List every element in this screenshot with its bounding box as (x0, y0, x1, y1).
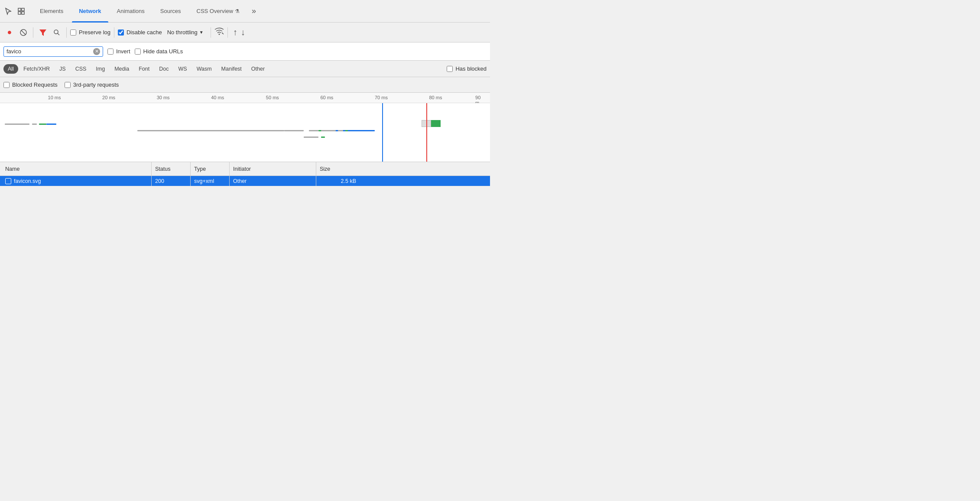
disable-cache-label[interactable]: Disable cache (118, 29, 162, 36)
tick-50ms: 50 ms (266, 95, 279, 100)
row-name-col: favicon.svg (0, 176, 152, 186)
hide-data-urls-checkbox[interactable] (135, 49, 141, 55)
toolbar: ● Preserve log Disable cache No throttli… (0, 23, 490, 42)
search-box: ✕ (3, 46, 103, 57)
invert-text: Invert (116, 48, 130, 55)
col-header-initiator: Initiator (230, 162, 316, 176)
third-party-text: 3rd-party requests (73, 81, 119, 88)
download-icon[interactable]: ↓ (241, 27, 245, 37)
row-type-col: svg+xml (191, 176, 230, 186)
network-settings-icon[interactable] (214, 27, 224, 37)
svg-line-11 (222, 33, 224, 34)
blocked-requests-text: Blocked Requests (12, 81, 58, 88)
no-throttling-label: No throttling (167, 29, 198, 36)
col-header-name: Name (0, 162, 152, 176)
row-status-col: 200 (152, 176, 191, 186)
tick-80ms: 80 ms (429, 95, 442, 100)
blocked-row: Blocked Requests 3rd-party requests (0, 77, 490, 93)
divider-3 (114, 27, 114, 38)
type-filter-font[interactable]: Font (134, 64, 154, 74)
blocked-requests-checkbox[interactable] (3, 82, 10, 88)
invert-label[interactable]: Invert (107, 48, 130, 55)
inspect-icon[interactable] (16, 7, 26, 16)
row-size: 2.5 kB (341, 178, 360, 184)
svg-line-5 (21, 30, 26, 35)
hide-data-urls-label[interactable]: Hide data URLs (135, 48, 183, 55)
tick-70ms: 70 ms (375, 95, 388, 100)
has-blocked-checkbox[interactable] (447, 66, 453, 72)
type-filter-wasm[interactable]: Wasm (192, 64, 216, 74)
preserve-log-checkbox[interactable] (70, 29, 76, 36)
type-filter-css[interactable]: CSS (71, 64, 91, 74)
type-filter-other[interactable]: Other (247, 64, 269, 74)
disable-cache-checkbox[interactable] (118, 29, 124, 36)
third-party-label[interactable]: 3rd-party requests (65, 81, 119, 88)
upload-icon[interactable]: ↑ (233, 27, 237, 37)
table-row[interactable]: favicon.svg 200 svg+xml Other 2.5 kB (0, 176, 490, 186)
type-filter-img[interactable]: Img (91, 64, 109, 74)
no-throttling-button[interactable]: No throttling ▼ (164, 28, 207, 37)
import-export-icons: ↑ ↓ (233, 27, 245, 37)
table-area: Name Status Type Initiator Size favicon.… (0, 162, 490, 186)
divider-5 (227, 27, 228, 38)
has-blocked-label[interactable]: Has blocked (447, 65, 487, 72)
type-filter-media[interactable]: Media (110, 64, 133, 74)
dropdown-arrow-icon: ▼ (199, 30, 204, 35)
preserve-log-text: Preserve log (79, 29, 110, 36)
hide-data-urls-text: Hide data URLs (143, 48, 183, 55)
tick-30ms: 30 ms (157, 95, 170, 100)
cancel-button[interactable] (17, 26, 29, 39)
search-button[interactable] (51, 26, 63, 39)
preserve-log-label[interactable]: Preserve log (70, 29, 110, 36)
search-clear-button[interactable]: ✕ (93, 48, 100, 55)
row-checkbox[interactable] (5, 178, 11, 184)
type-filter-doc[interactable]: Doc (155, 64, 173, 74)
search-input[interactable] (6, 48, 93, 55)
tab-css-overview[interactable]: CSS Overview ⚗ (190, 0, 247, 23)
tick-60ms: 60 ms (320, 95, 333, 100)
timeline-bars (0, 103, 490, 162)
third-party-checkbox[interactable] (65, 82, 71, 88)
type-filter-fetch-xhr[interactable]: Fetch/XHR (19, 64, 54, 74)
svg-point-7 (54, 30, 58, 34)
svg-marker-6 (39, 29, 46, 36)
cursor-icon[interactable] (3, 7, 13, 16)
svg-rect-2 (18, 12, 21, 14)
tab-bar: Elements Network Animations Sources CSS … (0, 0, 490, 23)
tab-network[interactable]: Network (72, 0, 108, 23)
col-header-size: Size (316, 162, 360, 176)
filter-row: ✕ Invert Hide data URLs (0, 42, 490, 61)
type-filter-all[interactable]: All (3, 64, 18, 74)
timeline-ruler: 10 ms 20 ms 30 ms 40 ms 50 ms 60 ms 70 m… (0, 93, 490, 103)
tab-sources[interactable]: Sources (153, 0, 188, 23)
tab-elements[interactable]: Elements (33, 0, 70, 23)
col-header-type: Type (191, 162, 230, 176)
row-initiator: Other (233, 178, 247, 184)
row-size-col: 2.5 kB (316, 176, 360, 186)
type-filter-manifest[interactable]: Manifest (217, 64, 246, 74)
filter-button[interactable] (37, 26, 49, 39)
red-vertical-line (426, 103, 427, 162)
svg-rect-0 (18, 8, 21, 11)
row-filename: favicon.svg (14, 178, 41, 184)
blocked-requests-label[interactable]: Blocked Requests (3, 81, 58, 88)
type-filter-bar: All Fetch/XHR JS CSS Img Media Font Doc … (0, 61, 490, 77)
svg-rect-3 (22, 12, 24, 14)
more-tabs-button[interactable]: » (248, 7, 260, 16)
has-blocked-text: Has blocked (455, 65, 487, 72)
disable-cache-text: Disable cache (127, 29, 162, 36)
tick-40ms: 40 ms (211, 95, 224, 100)
col-header-status: Status (152, 162, 191, 176)
row-initiator-col: Other (230, 176, 316, 186)
tick-20ms: 20 ms (102, 95, 115, 100)
timeline-area: 10 ms 20 ms 30 ms 40 ms 50 ms 60 ms 70 m… (0, 93, 490, 162)
tab-animations[interactable]: Animations (110, 0, 152, 23)
table-header: Name Status Type Initiator Size (0, 162, 490, 176)
invert-checkbox[interactable] (107, 49, 114, 55)
row-status: 200 (155, 178, 164, 184)
type-filter-ws[interactable]: WS (174, 64, 191, 74)
record-button[interactable]: ● (3, 26, 16, 39)
row-type: svg+xml (194, 178, 214, 184)
svg-line-8 (58, 33, 59, 35)
type-filter-js[interactable]: JS (55, 64, 70, 74)
